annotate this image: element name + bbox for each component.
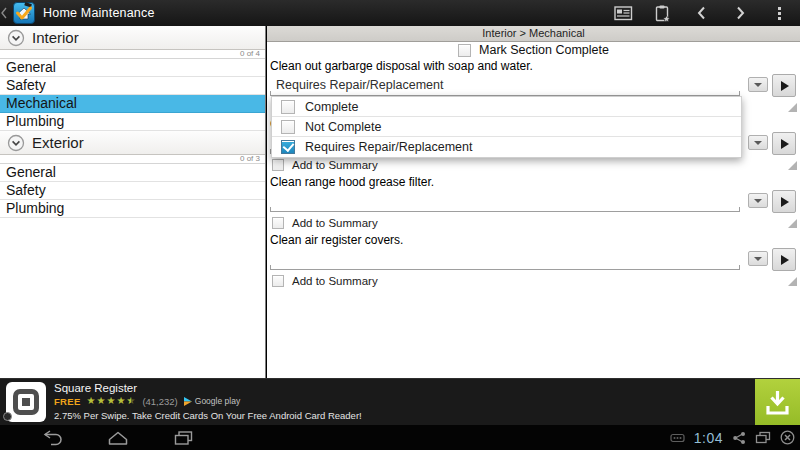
task-block: Clean air register covers. Add to Summar…	[267, 232, 800, 290]
mark-section-checkbox[interactable]	[458, 44, 471, 57]
sidebar-item-exterior-general[interactable]: General	[0, 164, 265, 182]
download-button[interactable]	[755, 379, 800, 426]
overflow-menu-icon	[778, 7, 781, 20]
task-text: Clean out garbarge disposal with soap an…	[267, 58, 800, 74]
section-progress: 0 of 4	[0, 50, 265, 59]
download-icon	[764, 389, 791, 417]
ad-rating-count: (41,232)	[142, 396, 177, 407]
status-option-not-complete[interactable]: Not Complete	[272, 117, 741, 137]
next-section-button[interactable]	[729, 2, 751, 24]
add-to-summary-label: Add to Summary	[292, 159, 378, 171]
resize-grippy-icon	[788, 277, 797, 286]
task-status-field[interactable]	[270, 248, 740, 270]
sidebar-item-interior-mechanical[interactable]: Mechanical	[0, 95, 265, 113]
chevron-down-icon	[754, 141, 762, 145]
google-play-icon	[184, 397, 192, 406]
windows-icon	[755, 431, 771, 444]
task-action-button[interactable]	[772, 248, 796, 271]
collapse-icon	[7, 134, 25, 152]
status-dropdown-button[interactable]	[748, 251, 768, 266]
square-register-app-icon	[6, 382, 46, 422]
option-checkbox[interactable]	[281, 120, 295, 134]
add-to-summary-label: Add to Summary	[292, 275, 378, 287]
recents-icon	[171, 429, 195, 446]
sidebar-item-exterior-safety[interactable]: Safety	[0, 182, 265, 200]
previous-section-button[interactable]	[690, 2, 712, 24]
close-circle-icon	[780, 430, 795, 445]
clipboard-note-button[interactable]	[651, 2, 673, 24]
option-checkbox-checked[interactable]	[281, 140, 295, 154]
task-status-field[interactable]: Requires Repair/Replacement	[270, 74, 740, 96]
task-status-field[interactable]	[270, 190, 740, 212]
resize-grippy-icon	[788, 103, 797, 112]
play-icon	[781, 139, 789, 149]
section-progress: 0 of 3	[0, 155, 265, 164]
section-label: Interior	[32, 29, 79, 46]
resize-grippy-icon	[788, 161, 797, 170]
section-label: Exterior	[32, 134, 84, 151]
back-icon	[41, 429, 65, 447]
sidebar-section-exterior[interactable]: Exterior	[0, 131, 265, 155]
option-checkbox[interactable]	[281, 100, 295, 114]
sidebar-item-interior-plumbing[interactable]: Plumbing	[0, 113, 265, 131]
ad-app-name: Square Register	[54, 382, 137, 394]
breadcrumb: Interior > Mechanical	[267, 26, 800, 42]
chevron-left-icon	[697, 6, 706, 20]
play-icon	[781, 197, 789, 207]
chevron-down-icon	[754, 199, 762, 203]
clock: 1:04	[694, 430, 723, 446]
task-text: Clean range hood grease filter.	[267, 174, 800, 190]
play-icon	[781, 255, 789, 265]
add-to-summary-checkbox[interactable]	[272, 217, 284, 229]
ad-price: FREE	[54, 396, 81, 407]
home-button[interactable]	[101, 425, 135, 450]
multi-window-button[interactable]	[755, 425, 771, 450]
resize-grippy-icon	[788, 219, 797, 228]
recents-button[interactable]	[166, 425, 200, 450]
home-icon	[106, 429, 130, 446]
collapse-icon	[7, 29, 25, 47]
ad-stars: ★★★★★★	[87, 396, 137, 406]
sidebar-section-interior[interactable]: Interior	[0, 26, 265, 50]
status-dropdown-button[interactable]	[748, 193, 768, 208]
task-action-button[interactable]	[772, 190, 796, 213]
app-title: Home Maintenance	[43, 6, 155, 20]
status-option-complete[interactable]: Complete	[272, 97, 741, 117]
ad-store-label: Google play	[195, 396, 240, 406]
status-option-requires-repair[interactable]: Requires Repair/Replacement	[272, 137, 741, 157]
sidebar-item-interior-general[interactable]: General	[0, 59, 265, 77]
ad-tagline: 2.75% Per Swipe. Take Credit Cards On Yo…	[54, 410, 362, 421]
ad-banner[interactable]: Square Register FREE ★★★★★★ (41,232) Goo…	[0, 378, 800, 425]
status-dropdown-button[interactable]	[748, 135, 768, 150]
mark-section-label: Mark Section Complete	[479, 43, 609, 57]
task-action-button[interactable]	[772, 74, 796, 97]
up-caret-icon[interactable]	[1, 7, 7, 19]
overflow-menu-button[interactable]	[768, 2, 790, 24]
usb-icon	[670, 433, 685, 443]
app-icon[interactable]	[13, 2, 35, 24]
report-icon	[614, 5, 633, 22]
close-button[interactable]	[780, 425, 795, 450]
play-icon	[781, 81, 789, 91]
task-panel: Interior > Mechanical Mark Section Compl…	[267, 26, 800, 378]
clipboard-star-icon	[654, 4, 671, 23]
chevron-down-icon	[754, 83, 762, 87]
task-text: Clean air register covers.	[267, 232, 800, 248]
share-button[interactable]	[732, 425, 746, 450]
sidebar-item-exterior-plumbing[interactable]: Plumbing	[0, 200, 265, 218]
sidebar-item-interior-safety[interactable]: Safety	[0, 77, 265, 95]
task-action-button[interactable]	[772, 132, 796, 155]
action-bar: Home Maintenance	[0, 0, 800, 26]
back-button[interactable]	[36, 425, 70, 450]
adchoices-icon	[3, 412, 12, 421]
chevron-right-icon	[736, 6, 745, 20]
section-summary-button[interactable]	[612, 2, 634, 24]
status-dropdown-button[interactable]	[748, 77, 768, 92]
add-to-summary-checkbox[interactable]	[272, 159, 284, 171]
chevron-down-icon	[754, 257, 762, 261]
system-navigation-bar: 1:04	[0, 425, 800, 450]
task-block: Clean range hood grease filter. Add to S…	[267, 174, 800, 232]
share-icon	[732, 431, 746, 445]
add-to-summary-checkbox[interactable]	[272, 275, 284, 287]
section-list: Interior 0 of 4 General Safety Mechanica…	[0, 26, 266, 378]
